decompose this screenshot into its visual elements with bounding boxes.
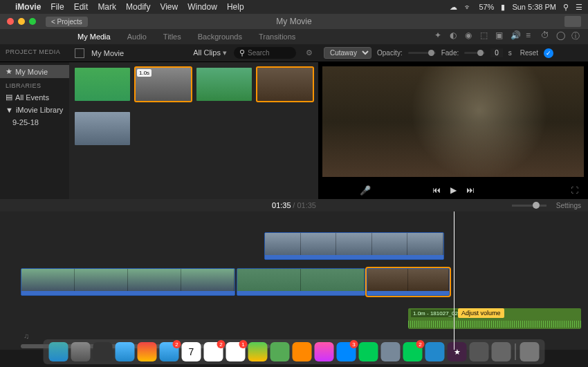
audio-waveform [265,255,443,260]
color-balance-icon[interactable]: ◐ [450,30,459,40]
grid-view-icon[interactable] [75,48,84,58]
menu-view[interactable]: View [160,2,178,12]
apply-check-icon[interactable]: ✓ [544,48,553,58]
auto-enhance-icon[interactable]: ✦ [434,30,444,40]
tab-my-media[interactable]: My Media [69,29,119,44]
menu-file[interactable]: File [50,2,64,12]
filter-icon[interactable]: ◯ [556,30,566,40]
sidebar-item-event-date[interactable]: 9-25-18 [0,116,69,129]
timeline-clip[interactable] [367,268,450,296]
speed-icon[interactable]: ⏱ [541,30,551,40]
timeline[interactable]: 1.0m - 181027_025 Adjust volume ♫ [0,211,588,350]
dock-app-mail[interactable]: 2 [160,342,179,361]
search-field[interactable]: ⚲ [234,47,296,59]
dock-app-chrome[interactable] [138,342,157,361]
next-button[interactable]: ⏭ [466,185,475,195]
tab-titles[interactable]: Titles [155,29,190,44]
share-button[interactable] [564,16,581,27]
media-clip[interactable] [75,68,130,101]
overlay-mode-select[interactable]: Cutaway [324,47,371,59]
dock-app-reminders[interactable]: 1 [226,342,246,361]
dock-app-contacts[interactable] [293,342,312,361]
dock-app-messages[interactable]: 2 [403,342,423,361]
dock-app-appstore[interactable]: 3 [337,342,356,361]
menu-window[interactable]: Window [187,2,217,12]
play-button[interactable]: ▶ [450,185,457,195]
zoom-button[interactable] [29,18,36,25]
volume-tooltip: Adjust volume [458,308,504,318]
cloud-icon[interactable]: ☁ [450,3,457,12]
sidebar-item-imovie-library[interactable]: ▼ iMovie Library [0,104,69,116]
opacity-slider[interactable] [408,52,436,54]
color-correction-icon[interactable]: ◉ [465,30,475,40]
timeline-clip-cutaway[interactable] [264,232,444,260]
tab-audio[interactable]: Audio [119,29,155,44]
sidebar-item-my-movie[interactable]: ★ My Movie [0,65,69,78]
info-icon[interactable]: ⓘ [571,30,581,40]
sidebar-label: iMovie Library [16,106,63,114]
menu-help[interactable]: Help [227,2,244,12]
zoom-slider[interactable] [512,205,546,207]
dock-app-rocket[interactable] [93,342,113,361]
dock-app-launchpad[interactable] [71,342,91,361]
wifi-icon[interactable]: ᯤ [464,3,472,11]
crop-icon[interactable]: ⬚ [480,30,490,40]
fullscreen-icon[interactable]: ⛶ [571,186,578,194]
menu-edit[interactable]: Edit [74,2,89,12]
tab-transitions[interactable]: Transitions [250,29,304,44]
video-preview[interactable] [322,66,584,177]
fade-value[interactable]: 0 [490,48,503,57]
dock-app-notes[interactable] [270,342,290,361]
search-input[interactable] [248,49,289,57]
badge: 1 [239,340,248,348]
dock-app-preview[interactable] [381,342,401,361]
timeline-audio-clip[interactable]: 1.0m - 181027_025 Adjust volume [408,308,581,329]
dock-app-calendar[interactable]: 7 [182,342,201,361]
dock-app-safari[interactable] [116,342,135,361]
minimize-button[interactable] [18,18,25,25]
playhead[interactable] [454,211,454,350]
dock-app-generic2[interactable] [492,342,511,361]
stabilize-icon[interactable]: ▣ [495,30,505,40]
disclosure-triangle-icon[interactable]: ▼ [6,106,13,114]
media-clip-selected[interactable] [257,68,313,101]
menu-mark[interactable]: Mark [98,2,116,12]
reset-button[interactable]: Reset [520,49,538,57]
media-clip[interactable] [196,68,252,101]
dock-app-generic[interactable] [470,342,489,361]
libraries-heading: LIBRARIES [0,78,69,91]
sidebar-item-all-events[interactable]: ▤ All Events [0,91,69,104]
prev-button[interactable]: ⏮ [432,185,441,195]
media-clip[interactable] [75,112,130,145]
noise-icon[interactable]: ≡ [526,30,535,40]
dock-app-word[interactable] [425,342,445,361]
dock-app-finder[interactable] [49,342,68,361]
clip-filter-dropdown[interactable]: All Clips ▾ [193,48,227,57]
clock[interactable]: Sun 5:38 PM [512,3,556,11]
media-clip-selected[interactable]: 1.0s [136,68,191,101]
media-browser[interactable]: 1.0s [69,62,318,199]
spotlight-icon[interactable]: ⚲ [563,3,569,12]
settings-gear-icon[interactable]: ⚙ [306,48,313,57]
sidebar: ★ My Movie LIBRARIES ▤ All Events ▼ iMov… [0,62,69,199]
app-name[interactable]: iMovie [15,2,41,12]
projects-back-button[interactable]: < Projects [46,17,88,27]
dock-trash[interactable] [520,342,540,361]
fade-slider[interactable] [464,52,485,54]
fade-unit: s [508,49,512,57]
battery-icon[interactable]: ▮ [501,3,505,12]
timeline-settings-button[interactable]: Settings [556,202,581,209]
menu-modify[interactable]: Modify [126,2,150,12]
volume-icon[interactable]: 🔊 [511,30,520,40]
timeline-clip[interactable] [237,268,365,296]
microphone-icon[interactable]: 🎤 [360,185,371,196]
close-button[interactable] [7,18,14,25]
dock-app-itunes[interactable] [315,342,334,361]
notification-icon[interactable]: ☰ [576,3,582,12]
dock-app-facetime[interactable] [359,342,378,361]
dock-app-photos[interactable]: 2 [204,342,223,361]
timeline-clip[interactable] [21,268,235,296]
dock-app-imovie[interactable]: ★ [448,342,467,361]
tab-backgrounds[interactable]: Backgrounds [190,29,250,44]
dock-app-maps[interactable] [248,342,268,361]
